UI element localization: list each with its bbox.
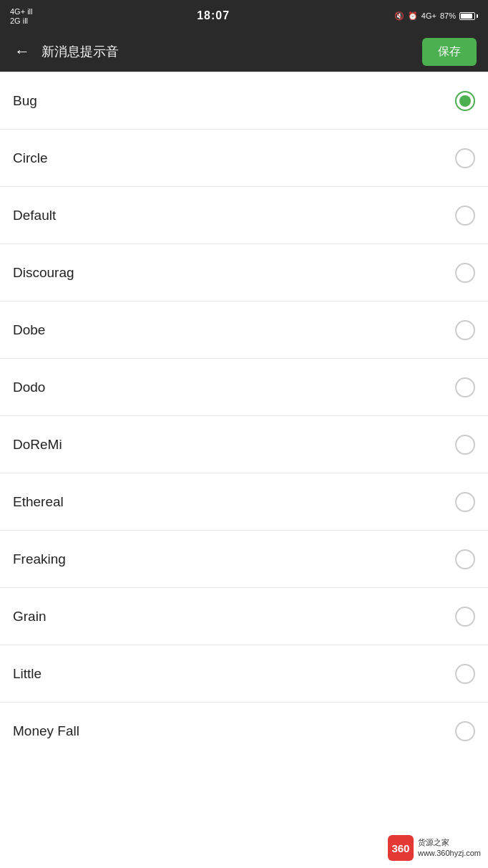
radio-doremi[interactable] [455, 435, 475, 455]
list-item-dodo[interactable]: Dodo [0, 359, 488, 416]
radio-discourag[interactable] [455, 263, 475, 283]
network-type: 4G+ ill [10, 7, 33, 16]
network-info: 4G+ ill 2G ill [10, 7, 33, 25]
back-button[interactable]: ← [11, 39, 33, 64]
radio-moneyfall[interactable] [455, 721, 475, 741]
battery-icon [459, 12, 478, 20]
battery-percent: 87% [440, 11, 456, 20]
item-label-dodo: Dodo [13, 380, 45, 395]
list-item-freaking[interactable]: Freaking [0, 531, 488, 588]
watermark-text: 货源之家 www.360hyzj.com [418, 837, 481, 859]
list-item-little[interactable]: Little [0, 645, 488, 703]
radio-grain[interactable] [455, 607, 475, 627]
radio-dodo[interactable] [455, 377, 475, 397]
list-item-default[interactable]: Default [0, 187, 488, 244]
alarm-icon: ⏰ [408, 11, 418, 21]
item-label-bug: Bug [13, 93, 37, 109]
save-button[interactable]: 保存 [422, 38, 477, 66]
network-type2: 2G ill [10, 16, 33, 25]
radio-default[interactable] [455, 206, 475, 226]
status-right: 🔇 ⏰ 4G+ 87% [394, 11, 478, 21]
item-label-ethereal: Ethereal [13, 494, 64, 510]
list-item-ethereal[interactable]: Ethereal [0, 473, 488, 531]
list-item-grain[interactable]: Grain [0, 588, 488, 645]
watermark-badge: 360 [388, 835, 414, 861]
list-item-doremi[interactable]: DoReMi [0, 416, 488, 473]
item-label-freaking: Freaking [13, 551, 66, 567]
status-bar: 4G+ ill 2G ill 18:07 🔇 ⏰ 4G+ 87% [0, 0, 488, 32]
mute-icon: 🔇 [394, 11, 404, 21]
network-4g-icon: 4G+ [421, 11, 436, 20]
item-label-default: Default [13, 208, 56, 223]
watermark: 360 货源之家 www.360hyzj.com [388, 835, 481, 861]
item-label-dobe: Dobe [13, 322, 45, 338]
item-label-discourag: Discourag [13, 265, 74, 281]
list-item-bug[interactable]: Bug [0, 72, 488, 130]
radio-ethereal[interactable] [455, 492, 475, 512]
radio-bug[interactable] [455, 91, 475, 111]
item-label-doremi: DoReMi [13, 437, 62, 453]
item-label-moneyfall: Money Fall [13, 723, 79, 739]
toolbar: ← 新消息提示音 保存 [0, 32, 488, 72]
radio-circle[interactable] [455, 148, 475, 168]
time: 18:07 [197, 9, 230, 22]
list-item-discourag[interactable]: Discourag [0, 244, 488, 302]
watermark-line2: www.360hyzj.com [418, 848, 481, 859]
watermark-line1: 货源之家 [418, 837, 481, 848]
radio-dobe[interactable] [455, 320, 475, 340]
list-item-circle[interactable]: Circle [0, 130, 488, 187]
list-item-moneyfall[interactable]: Money Fall [0, 703, 488, 760]
list-item-dobe[interactable]: Dobe [0, 302, 488, 359]
sound-list: BugCircleDefaultDiscouragDobeDodoDoReMiE… [0, 72, 488, 760]
radio-little[interactable] [455, 664, 475, 684]
page-title: 新消息提示音 [42, 43, 422, 60]
radio-freaking[interactable] [455, 549, 475, 569]
item-label-grain: Grain [13, 609, 46, 625]
item-label-little: Little [13, 666, 42, 682]
item-label-circle: Circle [13, 150, 48, 166]
